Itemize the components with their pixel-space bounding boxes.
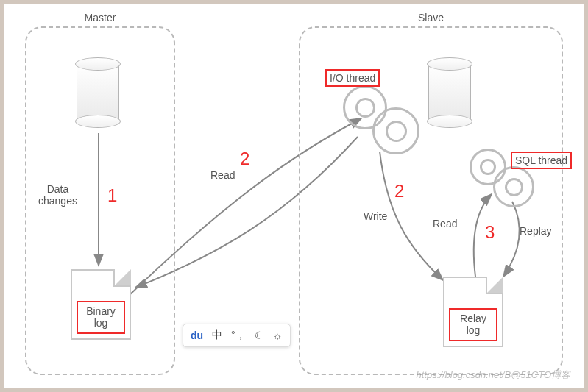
sql-thread-box: SQL thread <box>511 152 572 169</box>
slave-title: Slave <box>300 12 562 24</box>
ime-logo-icon[interactable]: du <box>191 329 203 341</box>
step-2a: 2 <box>240 149 249 169</box>
ime-lang-toggle[interactable]: 中 <box>212 329 222 342</box>
sun-icon[interactable]: ☼ <box>273 329 283 341</box>
relay-log-label: Relay log <box>449 308 497 341</box>
step-2b: 2 <box>394 181 404 202</box>
watermark: https://blog.csdn.net/B@51CTO博客 <box>417 368 571 382</box>
relay-log-doc-icon: Relay log <box>443 277 503 347</box>
io-thread-box: I/O thread <box>325 69 380 87</box>
edge-read-1: Read <box>210 169 235 181</box>
io-thread-gears-icon <box>343 85 424 152</box>
edge-write: Write <box>364 210 387 222</box>
binary-log-label: Binary log <box>77 301 125 334</box>
moon-icon[interactable]: ☾ <box>255 329 264 341</box>
diagram-stage: Master Slave I/O thread SQL thread Binar… <box>0 0 588 392</box>
binary-log-doc-icon: Binary log <box>71 269 131 340</box>
step-3: 3 <box>485 222 495 243</box>
slave-server-icon <box>428 57 471 128</box>
ime-punct-toggle[interactable]: °， <box>231 329 246 342</box>
ime-toolbar[interactable]: du 中 °， ☾ ☼ <box>183 324 291 347</box>
edge-data-changes: Data changes <box>38 183 77 207</box>
step-1: 1 <box>107 185 117 206</box>
master-title: Master <box>26 12 174 24</box>
edge-replay: Replay <box>520 225 552 237</box>
edge-read-2: Read <box>433 218 457 229</box>
master-server-icon <box>77 57 119 128</box>
